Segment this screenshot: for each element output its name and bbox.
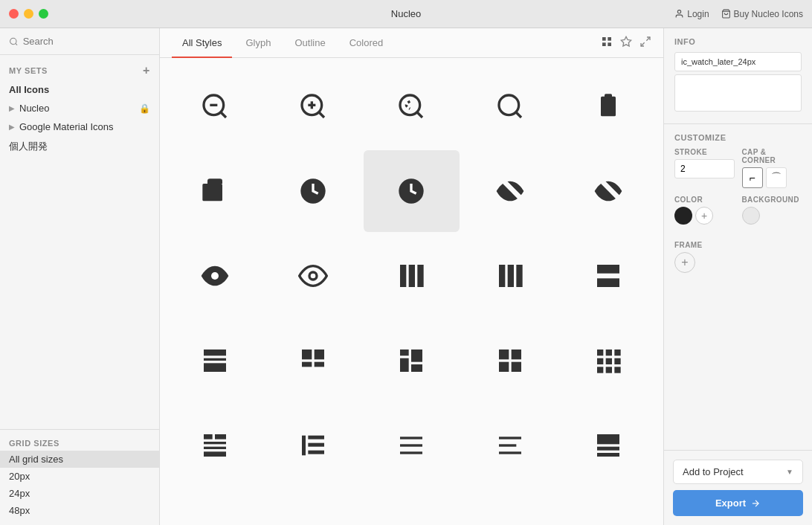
svg-point-19	[499, 95, 519, 115]
add-set-button[interactable]: +	[143, 64, 150, 77]
svg-rect-74	[499, 437, 521, 439]
background-col: BACKGROUND	[742, 196, 802, 225]
svg-rect-53	[597, 350, 603, 355]
icon-cell[interactable]	[463, 405, 558, 486]
stroke-input[interactable]	[674, 159, 735, 178]
icon-cell[interactable]	[265, 235, 361, 317]
grid-size-all[interactable]: All grid sizes	[0, 451, 159, 468]
sidebar-section: MY SETS + All Icons ▶ Nucleo 🔒 ▶ Google …	[0, 55, 159, 429]
svg-rect-47	[400, 358, 409, 372]
color-add-button[interactable]: +	[695, 207, 713, 225]
icon-cell[interactable]	[167, 235, 262, 317]
icon-cell[interactable]	[561, 65, 656, 147]
content-area: All Styles Glyph Outline Colored	[160, 28, 663, 525]
icon-cell[interactable]	[265, 405, 361, 486]
cap-square-button[interactable]: ⌐	[742, 167, 763, 188]
tab-glyph[interactable]: Glyph	[235, 28, 281, 57]
svg-rect-60	[606, 367, 612, 373]
icon-cell[interactable]	[364, 405, 459, 486]
icon-cell[interactable]	[364, 320, 459, 402]
svg-rect-35	[516, 265, 522, 287]
sidebar-item-nucleo[interactable]: ▶ Nucleo 🔒	[0, 99, 159, 117]
icon-cell[interactable]	[364, 65, 459, 147]
frame-add-button[interactable]: +	[674, 252, 695, 273]
svg-rect-37	[597, 278, 619, 287]
tab-colored[interactable]: Colored	[339, 28, 394, 57]
svg-rect-79	[597, 453, 619, 457]
color-label: COLOR	[674, 196, 735, 204]
svg-rect-57	[606, 358, 612, 364]
icon-cell[interactable]	[265, 150, 361, 232]
icon-cell[interactable]	[265, 320, 361, 402]
icon-cell-selected[interactable]	[364, 150, 459, 232]
svg-rect-56	[597, 358, 603, 364]
icon-cell[interactable]	[561, 235, 656, 317]
background-color[interactable]	[742, 207, 760, 225]
icon-cell[interactable]	[463, 235, 558, 317]
icon-cell[interactable]	[265, 65, 361, 147]
icon-cell[interactable]	[167, 65, 262, 147]
customize-label: CUSTOMIZE	[674, 133, 802, 142]
icon-cell[interactable]	[561, 320, 656, 402]
fullscreen-icon[interactable]	[639, 36, 651, 51]
icon-cell[interactable]	[167, 150, 262, 232]
grid-view-icon[interactable]	[601, 36, 613, 51]
svg-rect-22	[605, 94, 612, 99]
buy-link[interactable]: Buy Nucleo Icons	[721, 9, 803, 19]
tab-all-styles[interactable]: All Styles	[172, 28, 232, 57]
search-input[interactable]	[23, 36, 150, 47]
svg-rect-65	[204, 447, 226, 449]
svg-rect-30	[400, 265, 406, 287]
grid-size-24px[interactable]: 24px	[0, 485, 159, 502]
svg-point-0	[678, 10, 681, 13]
grid-size-20px[interactable]: 20px	[0, 468, 159, 485]
login-link[interactable]: Login	[674, 9, 709, 19]
svg-rect-49	[499, 350, 509, 359]
svg-rect-69	[309, 443, 325, 447]
sidebar-item-google-material[interactable]: ▶ Google Material Icons	[0, 117, 159, 136]
icon-cell[interactable]	[463, 150, 558, 232]
close-button[interactable]	[9, 9, 19, 19]
cap-round-button[interactable]: ⌒	[766, 167, 787, 188]
maximize-button[interactable]	[39, 9, 48, 19]
export-button[interactable]: Export	[673, 490, 803, 516]
search-icon	[9, 36, 19, 47]
stroke-label: STROKE	[674, 148, 735, 156]
titlebar: Nucleo Login Buy Nucleo Icons	[0, 0, 812, 28]
info-name-input[interactable]	[674, 52, 802, 71]
svg-rect-52	[511, 362, 521, 372]
info-section: INFO	[664, 28, 812, 123]
svg-rect-44	[315, 362, 324, 367]
sidebar-item-personal[interactable]: 個人開発	[0, 136, 159, 157]
chevron-right-icon: ▶	[9, 104, 15, 112]
lock-icon: 🔒	[139, 103, 150, 114]
minimize-button[interactable]	[24, 9, 33, 19]
tabs-left: All Styles Glyph Outline Colored	[172, 28, 393, 57]
favorites-icon[interactable]	[620, 36, 632, 51]
sidebar-item-all-icons[interactable]: All Icons	[0, 80, 159, 99]
search-bar[interactable]	[0, 28, 159, 55]
svg-point-29	[309, 272, 317, 280]
customize-section: CUSTOMIZE STROKE CAP & CORNER ⌐ ⌒ COLOR	[664, 123, 812, 241]
info-textarea[interactable]	[674, 74, 802, 112]
grid-size-48px[interactable]: 48px	[0, 502, 159, 519]
tab-outline[interactable]: Outline	[284, 28, 335, 57]
icon-cell[interactable]	[167, 405, 262, 486]
icon-cell[interactable]	[167, 320, 262, 402]
color-col: COLOR +	[674, 196, 735, 225]
svg-rect-21	[601, 97, 616, 117]
icon-cell[interactable]	[561, 150, 656, 232]
icon-cell[interactable]	[561, 405, 656, 486]
export-icon	[750, 498, 761, 509]
frame-label: FRAME	[674, 241, 802, 249]
color-black[interactable]	[674, 207, 692, 225]
icon-cell[interactable]	[463, 65, 558, 147]
svg-rect-75	[499, 444, 516, 446]
stroke-row: STROKE CAP & CORNER ⌐ ⌒	[674, 148, 802, 188]
svg-rect-6	[602, 42, 606, 46]
icon-cell[interactable]	[364, 235, 459, 317]
background-label: BACKGROUND	[742, 196, 802, 204]
svg-rect-70	[309, 451, 325, 454]
icon-cell[interactable]	[463, 320, 558, 402]
add-to-project-button[interactable]: Add to Project ▼	[673, 460, 803, 484]
